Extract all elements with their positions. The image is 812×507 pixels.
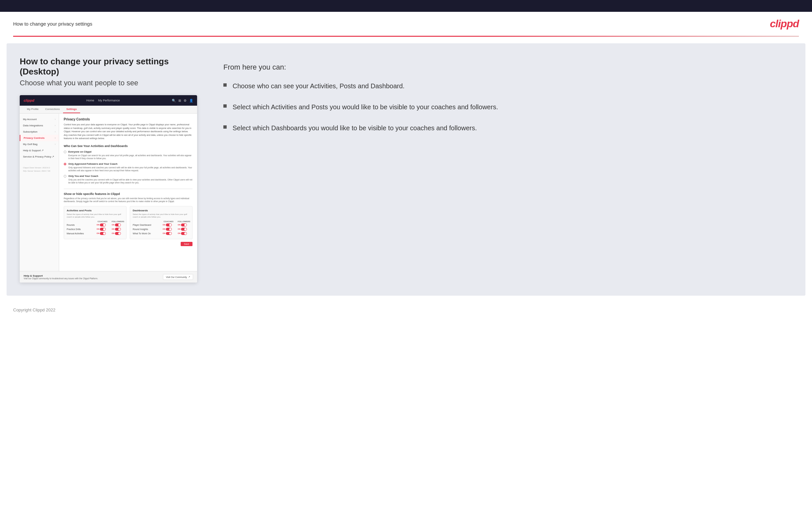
dashboards-col-title: Dashboards <box>133 209 190 212</box>
dashboards-col-headers: COACHES FOLLOWERS <box>133 221 190 223</box>
header-title: How to change your privacy settings <box>13 21 92 26</box>
practice-coaches-toggle-switch[interactable] <box>100 228 106 231</box>
manual-coaches-toggle-switch[interactable] <box>100 232 106 235</box>
radio-followers-input[interactable] <box>64 163 66 165</box>
manual-row: Manual Activities ON ON <box>67 232 123 235</box>
mock-body: My Account › Data Integrations › Subscri… <box>20 114 197 271</box>
sidebar-item-privacy-policy[interactable]: Service & Privacy Policy ↗ <box>20 154 59 160</box>
player-toggle-group: ON ON <box>163 223 190 226</box>
avatar-icon[interactable]: 👤 <box>189 99 193 102</box>
sidebar-item-privacy[interactable]: Privacy Controls › <box>20 135 59 141</box>
tab-connections[interactable]: Connections <box>42 106 63 113</box>
what-followers-toggle-switch[interactable] <box>181 232 187 235</box>
help-desc: Visit our Clippd community to troublesho… <box>23 277 98 280</box>
bullet-text-1: Choose who can see your Activities, Post… <box>233 81 405 91</box>
settings-icon[interactable]: ⚙ <box>184 99 187 102</box>
mock-dashboards-col: Dashboards Select the types of activity … <box>130 206 193 239</box>
mock-nav-home[interactable]: Home <box>86 99 94 102</box>
sidebar-item-account[interactable]: My Account › <box>20 116 59 122</box>
mock-activities-col: Activities and Posts Select the types of… <box>64 206 126 239</box>
bullet-item-1: Choose who can see your Activities, Post… <box>223 81 792 91</box>
search-icon[interactable]: 🔍 <box>172 99 176 102</box>
copyright: Copyright Clippd 2022 <box>13 307 55 313</box>
bullet-text-3: Select which Dashboards you would like t… <box>233 123 477 132</box>
rounds-label: Rounds <box>67 224 74 226</box>
manual-coaches-toggle: ON <box>97 232 108 235</box>
round-coaches-toggle-switch[interactable] <box>166 228 172 231</box>
radio-everyone: Everyone on Clippd Everyone on Clippd ca… <box>64 150 193 160</box>
practice-followers-toggle: ON <box>112 228 123 231</box>
radio-everyone-desc: Everyone on Clippd can search for you an… <box>68 154 193 160</box>
main-content: How to change your privacy settings (Des… <box>7 43 805 296</box>
player-followers-toggle-switch[interactable] <box>181 223 187 226</box>
sidebar-item-data[interactable]: Data Integrations › <box>20 122 59 129</box>
what-work-toggle-group: ON ON <box>163 232 190 235</box>
right-panel: From here you can: Choose who can see yo… <box>223 56 792 132</box>
d-followers-header: FOLLOWERS <box>178 221 190 223</box>
sidebar-item-golf-bag[interactable]: My Golf Bag › <box>20 141 59 147</box>
top-bar <box>0 0 812 12</box>
followers-header: FOLLOWERS <box>112 221 123 223</box>
chevron-right-icon: › <box>55 143 55 146</box>
player-dashboard-label: Player Dashboard <box>133 224 151 226</box>
mock-show-hide-title: Show or hide specific features in Clippd <box>64 192 193 195</box>
save-button[interactable]: Save <box>181 242 193 246</box>
round-followers-toggle-switch[interactable] <box>181 228 187 231</box>
radio-everyone-label: Everyone on Clippd <box>68 150 193 153</box>
manual-followers-toggle-switch[interactable] <box>115 232 121 235</box>
left-panel: How to change your privacy settings (Des… <box>20 56 210 283</box>
manual-label: Manual Activities <box>67 232 84 235</box>
grid-icon[interactable]: ⊞ <box>179 99 181 102</box>
mock-radio-group: Everyone on Clippd Everyone on Clippd ca… <box>64 150 193 184</box>
mock-nav-performance[interactable]: My Performance <box>98 99 120 102</box>
mock-divider <box>64 189 193 189</box>
bullet-marker-2 <box>223 104 226 108</box>
player-coaches-toggle-switch[interactable] <box>166 223 172 226</box>
player-coaches-toggle: ON <box>163 223 174 226</box>
what-coaches-toggle: ON <box>163 232 174 235</box>
radio-coach-only-input[interactable] <box>64 175 66 177</box>
rounds-followers-toggle-switch[interactable] <box>115 223 121 226</box>
chevron-right-icon: › <box>55 118 55 120</box>
sidebar-item-help[interactable]: Help & Support ↗ <box>20 147 59 154</box>
rounds-coaches-toggle-switch[interactable] <box>100 223 106 226</box>
sidebar-item-subscription[interactable]: Subscription › <box>20 129 59 135</box>
radio-coach-only: Only You and Your Coach Only you and the… <box>64 175 193 184</box>
mock-tabs: My Profile Connections Settings <box>20 106 197 114</box>
sidebar-version: Clippd Client Version: 2022.8.2SQL Serve… <box>20 164 59 175</box>
bullet-item-3: Select which Dashboards you would like t… <box>223 123 792 132</box>
visit-community-button[interactable]: Visit Our Community ↗ <box>163 274 193 280</box>
bullet-list: Choose who can see your Activities, Post… <box>223 81 792 132</box>
rounds-followers-toggle: ON <box>112 223 123 226</box>
page-subheading: Choose what you want people to see <box>20 79 210 87</box>
header: How to change your privacy settings clip… <box>0 12 812 36</box>
mock-who-title: Who Can See Your Activities and Dashboar… <box>64 145 193 148</box>
what-coaches-toggle-switch[interactable] <box>166 232 172 235</box>
radio-everyone-input[interactable] <box>64 151 66 153</box>
mock-privacy-title: Privacy Controls <box>64 117 193 121</box>
round-insights-label: Round Insights <box>133 228 148 230</box>
mock-help-section: Help & Support Visit our Clippd communit… <box>20 271 197 283</box>
mock-feature-columns: Activities and Posts Select the types of… <box>64 206 193 239</box>
practice-followers-toggle-switch[interactable] <box>115 228 121 231</box>
d-coaches-header: COACHES <box>163 221 174 223</box>
bullet-text-2: Select which Activities and Posts you wo… <box>233 102 498 112</box>
tab-settings[interactable]: Settings <box>63 106 80 113</box>
page-heading: How to change your privacy settings (Des… <box>20 56 210 77</box>
mock-nav-links: Home My Performance <box>86 99 120 102</box>
header-divider <box>13 36 799 37</box>
practice-coaches-toggle: ON <box>97 228 108 231</box>
radio-coach-only-label: Only You and Your Coach <box>68 175 193 177</box>
what-work-label: What To Work On <box>133 232 151 235</box>
player-dashboard-row: Player Dashboard ON ON <box>133 223 190 226</box>
practice-label: Practice Drills <box>67 228 81 230</box>
logo: clippd <box>770 18 799 30</box>
mock-privacy-desc: Control how you and your data appears to… <box>64 123 193 140</box>
radio-followers: Only Approved Followers and Your Coach O… <box>64 162 193 172</box>
mock-navbar: clippd Home My Performance 🔍 ⊞ ⚙ 👤 <box>20 95 197 106</box>
coaches-header: COACHES <box>97 221 108 223</box>
radio-followers-label: Only Approved Followers and Your Coach <box>68 162 193 165</box>
chevron-right-icon: › <box>55 130 55 133</box>
external-link-icon: ↗ <box>188 276 190 278</box>
tab-my-profile[interactable]: My Profile <box>23 106 42 113</box>
